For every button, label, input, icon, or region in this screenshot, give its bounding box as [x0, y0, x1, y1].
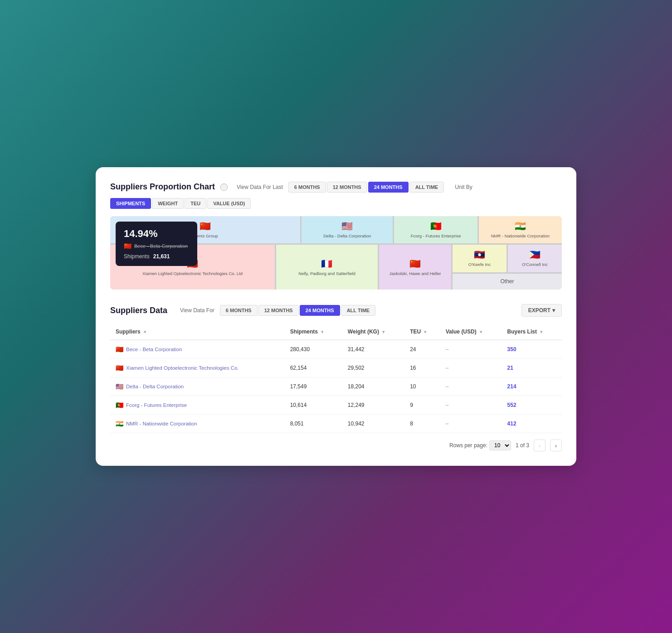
td-buyers-1[interactable]: 21 [502, 359, 562, 377]
table-row: 🇨🇳 Bece - Beta Corporation 280,430 31,44… [110, 340, 562, 359]
td-value-4: – [440, 415, 502, 433]
tooltip-shipments-value: 21,631 [153, 253, 170, 260]
treemap-cell-fcorg-name: Fcorg - Futures Enterprise [411, 233, 461, 239]
chevron-down-icon: ▾ [552, 307, 555, 314]
td-buyers-4[interactable]: 412 [502, 415, 562, 433]
table-section: Suppliers Data View Data For 6 MONTHS 12… [110, 304, 562, 451]
td-teu-2: 10 [404, 377, 440, 396]
treemap-cell-okeefe[interactable]: 🇱🇦 O'Keefe Inc [453, 245, 506, 272]
chart-unit-btn-group: SHIPMENTS WEIGHT TEU VALUE (USD) [110, 198, 251, 209]
td-flag-4: 🇮🇳 [116, 420, 123, 427]
treemap-cell-nelly-flag: 🇫🇷 [321, 258, 332, 269]
td-teu-4: 8 [404, 415, 440, 433]
table-btn-24months[interactable]: 24 MONTHS [300, 305, 340, 316]
treemap-cell-oconnell[interactable]: 🇵🇭 O'Connell Inc [508, 245, 562, 272]
treemap-cell-jaskolski-flag: 🇨🇳 [409, 258, 421, 269]
next-page-button[interactable]: › [550, 440, 562, 451]
td-flag-0: 🇨🇳 [116, 346, 123, 353]
sort-icon-value: ▾ [480, 329, 482, 334]
treemap-cell-nelly-name: Nelly, Padborg and Satterfield [298, 271, 355, 276]
td-shipments-1: 62,154 [285, 359, 342, 377]
td-supplier-name-1[interactable]: Xiamen Lighted Optoelectronic Technologi… [126, 365, 239, 371]
chart-btn-12months[interactable]: 12 MONTHS [327, 182, 367, 193]
td-teu-1: 16 [404, 359, 440, 377]
treemap-cell-nelly[interactable]: 🇫🇷 Nelly, Padborg and Satterfield [276, 245, 378, 290]
td-supplier-4: 🇮🇳 NMR - Nationwide Corporation [110, 415, 285, 433]
col-teu[interactable]: TEU ▾ [404, 324, 440, 340]
treemap-cell-xiamen-name: Xiamen Lighted Optoelectronic Technologi… [142, 271, 243, 276]
table-btn-12months[interactable]: 12 MONTHS [258, 305, 299, 316]
treemap-cell-delta-name: Delta - Delta Corporation [323, 233, 371, 239]
td-shipments-4: 8,051 [285, 415, 342, 433]
td-value-2: – [440, 377, 502, 396]
treemap-cell-jaskolski[interactable]: 🇨🇳 Jaskolski, Hawe and Heller [379, 245, 451, 290]
tooltip-shipments-label: Shipments [124, 253, 150, 260]
chart-time-btn-group: 6 MONTHS 12 MONTHS 24 MONTHS ALL TIME [288, 182, 444, 193]
view-data-label: View Data For Last [237, 184, 283, 190]
sort-icon-buyers: ▾ [540, 329, 542, 334]
chart-btn-24months[interactable]: 24 MONTHS [368, 182, 409, 193]
treemap-row-1: 14.94% 🇨🇳 Bece - Beta Corporation Shipme… [110, 216, 562, 243]
col-weight[interactable]: Weight (KG) ▾ [342, 324, 404, 340]
td-supplier-name-4[interactable]: NMR - Nationwide Corporation [126, 421, 197, 426]
chart-btn-6months[interactable]: 6 MONTHS [288, 182, 326, 193]
treemap-cell-delta[interactable]: 🇺🇸 Delta - Delta Corporation [302, 216, 393, 243]
treemap-cell-other-name: Other [500, 278, 514, 285]
chart-unit-shipments[interactable]: SHIPMENTS [110, 198, 151, 209]
chart-unit-teu[interactable]: TEU [185, 198, 206, 209]
table-row: 🇵🇹 Fcorg - Futures Enterprise 10,614 12,… [110, 396, 562, 415]
td-buyers-2[interactable]: 214 [502, 377, 562, 396]
sort-icon-teu: ▾ [424, 329, 426, 334]
td-flag-3: 🇵🇹 [116, 401, 123, 409]
td-supplier-name-2[interactable]: Delta - Delta Corporation [126, 384, 184, 389]
treemap-cell-nmr-flag: 🇮🇳 [515, 221, 526, 232]
col-shipments[interactable]: Shipments ▾ [285, 324, 342, 340]
tooltip-flag: 🇨🇳 [124, 242, 131, 250]
treemap: 14.94% 🇨🇳 Bece - Beta Corporation Shipme… [110, 216, 562, 290]
tooltip-percent: 14.94% [124, 228, 189, 240]
td-value-3: – [440, 396, 502, 415]
treemap-cell-nmr-name: NMR - Nationwide Corporation [491, 233, 550, 239]
td-teu-0: 24 [404, 340, 440, 359]
table-title: Suppliers Data [110, 306, 167, 315]
chart-section: Suppliers Proportion Chart ⓘ View Data F… [110, 182, 562, 290]
treemap-right-col: 🇱🇦 O'Keefe Inc 🇵🇭 O'Connell Inc Other [453, 245, 562, 290]
table-btn-6months[interactable]: 6 MONTHS [220, 305, 258, 316]
td-value-0: – [440, 340, 502, 359]
treemap-cell-okeefe-flag: 🇱🇦 [474, 249, 485, 260]
col-buyers[interactable]: Buyers List ▾ [502, 324, 562, 340]
td-supplier-name-3[interactable]: Fcorg - Futures Enterprise [126, 402, 187, 408]
rows-per-page-select[interactable]: 10 25 50 [489, 440, 511, 450]
treemap-cell-fcorg[interactable]: 🇵🇹 Fcorg - Futures Enterprise [394, 216, 477, 243]
chart-btn-alltime[interactable]: ALL TIME [409, 182, 444, 193]
tooltip-shipments-row: Shipments 21,631 [124, 253, 189, 260]
export-button[interactable]: EXPORT ▾ [521, 304, 562, 317]
treemap-cell-domis[interactable]: 14.94% 🇨🇳 Bece - Beta Corporation Shipme… [110, 216, 300, 243]
chart-unit-weight[interactable]: WEIGHT [152, 198, 184, 209]
chart-unit-value[interactable]: VALUE (USD) [207, 198, 251, 209]
table-btn-alltime[interactable]: ALL TIME [341, 305, 376, 316]
td-supplier-1: 🇨🇳 Xiamen Lighted Optoelectronic Technol… [110, 359, 285, 377]
td-buyers-3[interactable]: 552 [502, 396, 562, 415]
td-flag-2: 🇺🇸 [116, 383, 123, 390]
prev-page-button[interactable]: ‹ [534, 440, 545, 451]
page-info: 1 of 3 [516, 442, 529, 449]
treemap-top-small: 🇱🇦 O'Keefe Inc 🇵🇭 O'Connell Inc [453, 245, 562, 272]
td-shipments-2: 17,549 [285, 377, 342, 396]
treemap-cell-oconnell-flag: 🇵🇭 [529, 249, 541, 260]
sort-icon-supplier: ▾ [144, 329, 146, 334]
treemap-cell-other[interactable]: Other [453, 274, 562, 290]
col-supplier[interactable]: Suppliers ▾ [110, 324, 285, 340]
td-flag-1: 🇨🇳 [116, 364, 123, 372]
info-icon[interactable]: ⓘ [220, 184, 228, 191]
chart-title: Suppliers Proportion Chart [110, 182, 215, 192]
td-supplier-name-0[interactable]: Bece - Beta Corporation [126, 347, 182, 352]
td-supplier-3: 🇵🇹 Fcorg - Futures Enterprise [110, 396, 285, 415]
table-row: 🇨🇳 Xiamen Lighted Optoelectronic Technol… [110, 359, 562, 377]
td-weight-2: 18,204 [342, 377, 404, 396]
td-buyers-0[interactable]: 350 [502, 340, 562, 359]
col-value[interactable]: Value (USD) ▾ [440, 324, 502, 340]
treemap-cell-nmr[interactable]: 🇮🇳 NMR - Nationwide Corporation [479, 216, 562, 243]
table-header-row: Suppliers ▾ Shipments ▾ Weight (KG) ▾ TE… [110, 324, 562, 340]
td-supplier-2: 🇺🇸 Delta - Delta Corporation [110, 377, 285, 396]
